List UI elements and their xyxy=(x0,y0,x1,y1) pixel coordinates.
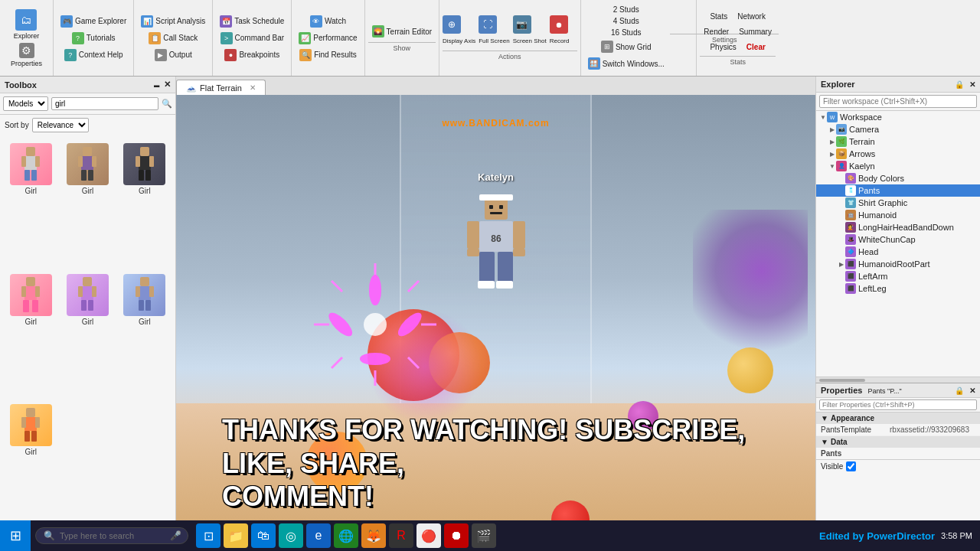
list-item[interactable]: Girl xyxy=(5,401,57,527)
scrollbar-thumb[interactable] xyxy=(819,379,865,382)
tree-item-rootpart[interactable]: ▶ ⬛ HumanoidRootPart xyxy=(816,258,980,270)
context-help-btn[interactable]: ? Context Help xyxy=(60,47,127,63)
flat-terrain-tab[interactable]: 🗻 Flat Terrain ✕ xyxy=(176,80,266,95)
output-btn[interactable]: ▶ Output xyxy=(151,47,196,63)
switch-windows-btn[interactable]: 🪟 Switch Windows... xyxy=(584,56,668,71)
tutorials-btn[interactable]: ? Tutorials xyxy=(68,31,119,46)
physics-btn[interactable]: Physics xyxy=(706,41,740,53)
3d-scene[interactable]: Katelyn 86 xyxy=(176,95,815,551)
firework-sparkle xyxy=(299,248,452,401)
watch-btn[interactable]: 👁 Watch xyxy=(306,14,350,29)
taskapp-green[interactable]: 🌐 xyxy=(334,523,358,548)
taskbar-search-input[interactable] xyxy=(60,531,165,540)
tree-item-leftleg[interactable]: ⬛ LeftLeg xyxy=(816,282,980,295)
list-item[interactable]: Girl xyxy=(61,271,113,397)
taskapp-circle[interactable]: ◎ xyxy=(279,523,303,548)
tree-item-leftarm[interactable]: ⬛ LeftArm xyxy=(816,270,980,282)
svg-rect-21 xyxy=(35,286,40,297)
tree-item-terrain[interactable]: ▶ 🌿 Terrain xyxy=(816,135,980,148)
sortby-select[interactable]: Relevance xyxy=(32,118,89,132)
taskapp-media[interactable]: 🎬 xyxy=(472,523,496,548)
call-stack-btn[interactable]: 📋 Call Stack xyxy=(145,31,201,46)
toolbox-type-select[interactable]: Models xyxy=(3,96,48,111)
full-screen-btn[interactable]: ⛶ Full Screen xyxy=(479,15,509,44)
workspace-label: Workspace xyxy=(840,112,882,122)
list-item[interactable]: Girl xyxy=(5,271,57,397)
network-btn[interactable]: Network xyxy=(733,11,769,22)
appearance-section-header[interactable]: ▼ Appearance xyxy=(816,412,980,424)
terrain-editor-btn[interactable]: 🌄 Terrain Editor xyxy=(368,24,436,39)
arrows-label: Arrows xyxy=(849,149,875,158)
summary-btn[interactable]: Summary xyxy=(735,26,776,37)
svg-rect-50 xyxy=(467,221,479,249)
tree-item-kaelyn[interactable]: ▼ 👤 Kaelyn xyxy=(816,160,980,172)
svg-rect-36 xyxy=(26,408,35,417)
toolbox-minimize[interactable]: 🗕 xyxy=(152,80,161,90)
workspace-icon: W xyxy=(827,112,838,122)
performance-btn[interactable]: 📈 Performance xyxy=(295,31,361,46)
studs-4: 4 Studs xyxy=(610,16,642,26)
workspace-arrow: ▼ xyxy=(819,113,827,121)
tree-item-arrows[interactable]: ▶ 📦 Arrows xyxy=(816,148,980,160)
properties-label: Properties xyxy=(11,60,42,67)
list-item[interactable]: Girl xyxy=(119,271,171,397)
task-schedule-btn[interactable]: 📅 Task Schedule xyxy=(216,14,288,29)
toolbox-title: Toolbox xyxy=(5,80,37,90)
render-btn[interactable]: Render xyxy=(700,26,733,37)
clear-btn[interactable]: Clear xyxy=(743,41,769,53)
properties-btn[interactable]: ⚙ Properties xyxy=(8,41,45,69)
visible-checkbox[interactable] xyxy=(846,461,856,471)
taskapp-store[interactable]: 🛍 xyxy=(251,523,276,548)
firework-right xyxy=(693,210,808,363)
viewport-tabs: 🗻 Flat Terrain ✕ xyxy=(176,77,815,95)
data-section-header[interactable]: ▼ Data xyxy=(816,436,980,448)
display-axis-btn[interactable]: ⊕ Display Axis xyxy=(443,15,475,44)
explorer-header-icons: 🔒 ✕ xyxy=(955,80,975,89)
tree-item-head[interactable]: 🔷 Head xyxy=(816,246,980,258)
stats-btn[interactable]: Stats xyxy=(706,11,731,22)
taskapp-chrome[interactable]: 🔴 xyxy=(416,523,441,548)
pantstemplate-name: PantsTemplate xyxy=(821,425,890,434)
record-btn[interactable]: ⏺ Record xyxy=(550,15,577,44)
start-button[interactable]: ⊞ xyxy=(0,520,31,551)
taskapp-taskview[interactable]: ⊡ xyxy=(196,523,220,548)
explorer-filter-input[interactable] xyxy=(819,95,977,108)
properties-filter-input[interactable] xyxy=(819,399,977,410)
tree-item-shirtgraphic[interactable]: 👕 Shirt Graphic xyxy=(816,197,980,209)
list-item[interactable]: Girl xyxy=(61,140,113,266)
tree-item-whitecap[interactable]: 🎩 WhiteChunCap xyxy=(816,233,980,246)
properties-close-icon[interactable]: ✕ xyxy=(969,386,975,395)
taskapp-roblox[interactable]: R xyxy=(389,523,413,548)
script-analysis-btn[interactable]: 📊 Script Analysis xyxy=(137,14,209,29)
tree-item-pants[interactable]: 👖 Pants xyxy=(816,184,980,197)
svg-rect-57 xyxy=(496,281,513,289)
tree-item-camera[interactable]: ▶ 📷 Camera xyxy=(816,123,980,135)
show-grid-btn[interactable]: ⊞ Show Grid xyxy=(597,39,655,54)
command-bar-btn[interactable]: > Command Bar xyxy=(217,31,288,46)
svg-rect-45 xyxy=(489,205,493,209)
tree-item-workspace[interactable]: ▼ W Workspace xyxy=(816,111,980,123)
explorer-btn[interactable]: 🗂 Explorer xyxy=(11,8,43,41)
toolbox-search-input[interactable] xyxy=(51,97,158,110)
svg-rect-41 xyxy=(31,431,37,442)
taskapp-record[interactable]: ⏺ xyxy=(444,523,469,548)
tree-item-bodycolors[interactable]: 🎨 Body Colors xyxy=(816,172,980,184)
svg-line-61 xyxy=(408,357,419,368)
explorer-close-icon[interactable]: ✕ xyxy=(969,80,975,89)
list-item[interactable]: Girl xyxy=(5,140,57,266)
taskapp-files[interactable]: 📁 xyxy=(224,523,248,548)
toolbox-panel: Toolbox 🗕 ✕ Models 🔍 Sort by Relevance xyxy=(0,77,176,551)
humanoid-label: Humanoid xyxy=(858,210,897,220)
taskapp-orange[interactable]: 🦊 xyxy=(361,523,386,548)
game-explorer-btn[interactable]: 🎮 Game Explorer xyxy=(57,14,130,29)
taskapp-ie[interactable]: e xyxy=(306,523,331,548)
breakpoints-btn[interactable]: ● Breakpoints xyxy=(220,47,283,63)
tree-item-longhair[interactable]: 💇 LongHairHeadBandDown xyxy=(816,221,980,233)
close-tab-icon[interactable]: ✕ xyxy=(250,83,256,92)
toolbox-close[interactable]: ✕ xyxy=(164,80,171,90)
list-item[interactable]: Girl xyxy=(119,140,171,266)
tree-item-humanoid[interactable]: 🤖 Humanoid xyxy=(816,209,980,221)
find-results-btn[interactable]: 🔍 Find Results xyxy=(296,47,361,63)
screenshot-btn[interactable]: 📷 Screen Shot xyxy=(513,15,547,44)
head-label: Head xyxy=(858,247,878,256)
